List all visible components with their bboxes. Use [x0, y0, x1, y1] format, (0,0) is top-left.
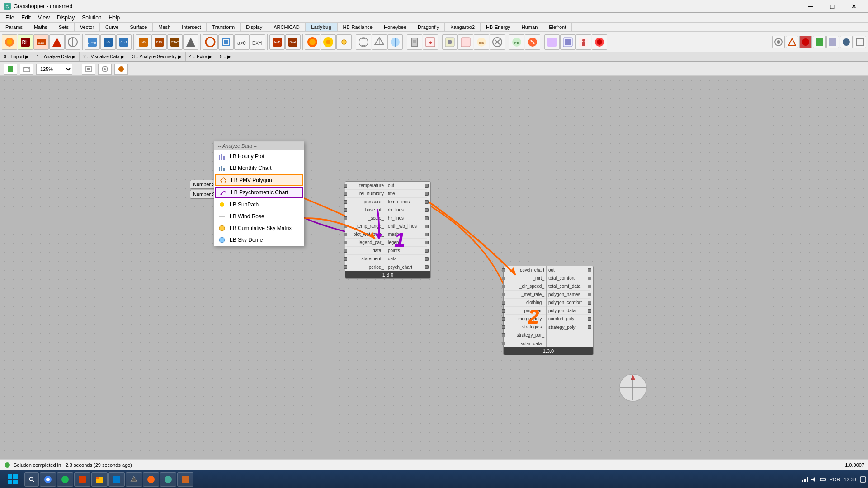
port-total-comf-data[interactable]: [588, 285, 591, 288]
canvas-open-btn[interactable]: [20, 64, 33, 75]
dropdown-item-pmv-polygon[interactable]: LB PMV Polygon: [215, 174, 303, 186]
lb-icon-36[interactable]: [592, 34, 607, 50]
lb-icon-15[interactable]: a>0: [234, 34, 250, 50]
view-icon-3[interactable]: [799, 36, 812, 48]
dropdown-item-sky-dome[interactable]: LB Sky Dome: [214, 234, 304, 246]
lb-icon-33[interactable]: [544, 34, 560, 50]
tab-display[interactable]: Display: [241, 23, 268, 31]
lb-icon-1[interactable]: [2, 34, 17, 50]
menu-help[interactable]: Help: [105, 13, 124, 23]
tab-honeybee[interactable]: Honeybee: [378, 23, 412, 31]
lb-icon-30[interactable]: [490, 34, 505, 50]
taskbar-app-vscode[interactable]: [108, 472, 125, 487]
port-rh-lines[interactable]: [425, 208, 429, 212]
taskbar-app-office[interactable]: [74, 472, 90, 487]
lb-icon-5[interactable]: [65, 34, 80, 50]
lb-icon-6[interactable]: A→B: [85, 34, 100, 50]
lb-icon-26[interactable]: ◆: [423, 34, 438, 50]
menu-view[interactable]: View: [34, 13, 53, 23]
lb-icon-11[interactable]: STAT: [167, 34, 183, 50]
lb-icon-31[interactable]: PE: [509, 34, 524, 50]
section-5[interactable]: 5 :: ▶: [216, 52, 235, 61]
lb-icon-25[interactable]: [407, 34, 422, 50]
port-statement-in[interactable]: [344, 257, 347, 261]
zoom-selector[interactable]: 125% 100% 75% 150% 200%: [36, 64, 72, 75]
psychrometric-chart-node[interactable]: _temperature _rel_humidity _pressure_ _b…: [345, 181, 431, 279]
canvas-color-btn[interactable]: [114, 64, 128, 75]
section-analyze-geometry[interactable]: 3 :: Analyze Geometry ▶: [128, 52, 185, 61]
canvas-fit-btn[interactable]: [82, 64, 95, 75]
canvas-new-btn[interactable]: [4, 64, 17, 75]
port-out[interactable]: [425, 184, 429, 188]
port-strategy-poly[interactable]: [588, 325, 591, 329]
taskbar-app-search[interactable]: [24, 472, 39, 487]
taskbar-app-gh[interactable]: [160, 472, 176, 487]
tab-hb-energy[interactable]: HB-Energy: [481, 23, 516, 31]
lb-icon-32[interactable]: [525, 34, 540, 50]
view-icon-4[interactable]: [813, 36, 826, 48]
port-comfort-poly[interactable]: [588, 317, 591, 321]
port-hr-lines[interactable]: [425, 216, 429, 220]
dropdown-item-cumulative-sky-matrix[interactable]: LB Cumulative Sky Matrix: [214, 222, 304, 234]
tab-params[interactable]: Params: [0, 23, 28, 31]
lb-icon-9[interactable]: I×IX: [136, 34, 151, 50]
port-legend-par-in[interactable]: [344, 241, 347, 244]
section-import[interactable]: 0 :: Import ▶: [0, 52, 33, 61]
dropdown-item-wind-rose[interactable]: LB Wind Rose: [214, 211, 304, 222]
lb-icon-8[interactable]: 0→1: [116, 34, 132, 50]
port-pmv-air-speed-in[interactable]: [502, 285, 505, 288]
port-rel-humidity-in[interactable]: [344, 192, 347, 196]
dropdown-item-monthly-chart[interactable]: LB Monthly Chart: [214, 162, 304, 174]
tab-hb-radiance[interactable]: HB-Radiance: [338, 23, 378, 31]
tab-mesh[interactable]: Mesh: [153, 23, 176, 31]
port-points[interactable]: [425, 249, 429, 253]
lb-icon-20[interactable]: [321, 34, 336, 50]
port-pmv-par-in[interactable]: [502, 309, 505, 313]
dropdown-item-hourly-plot[interactable]: LB Hourly Plot: [214, 150, 304, 162]
lb-icon-12[interactable]: [183, 34, 198, 50]
tab-kangaroo2[interactable]: Kangaroo2: [445, 23, 481, 31]
port-period-in[interactable]: [344, 265, 347, 269]
port-pmv-clothing-in[interactable]: [502, 301, 505, 305]
lb-icon-29[interactable]: EE: [474, 34, 489, 50]
lb-icon-24[interactable]: [387, 34, 403, 50]
section-visualize-data[interactable]: 2 :: Visualize Data ▶: [80, 52, 128, 61]
start-button[interactable]: [2, 470, 24, 488]
canvas-area[interactable]: 1 2 -- Analyze Data -- LB Hourly Plot: [0, 76, 868, 476]
port-data-in[interactable]: [344, 249, 347, 253]
port-mesh[interactable]: [425, 233, 429, 236]
section-analyze-data[interactable]: 1 :: Analyze Data ▶: [33, 52, 80, 61]
view-icon-2[interactable]: [786, 36, 798, 48]
port-enth-wb-lines[interactable]: [425, 225, 429, 228]
port-pressure-in[interactable]: [344, 200, 347, 204]
lb-icon-23[interactable]: [372, 34, 387, 50]
port-pmv-strategy-par-in[interactable]: [502, 333, 505, 337]
view-icon-6[interactable]: [840, 36, 853, 48]
port-data-out[interactable]: [425, 257, 429, 261]
tab-vector[interactable]: Vector: [75, 23, 100, 31]
tab-surface[interactable]: Surface: [124, 23, 153, 31]
lb-icon-35[interactable]: [576, 34, 591, 50]
port-pmv-met-rate-in[interactable]: [502, 293, 505, 296]
port-legend[interactable]: [425, 241, 429, 244]
taskbar-app-rhino[interactable]: [126, 472, 142, 487]
close-button[interactable]: ✕: [844, 0, 864, 13]
lb-icon-27[interactable]: [442, 34, 458, 50]
menu-file[interactable]: File: [2, 13, 18, 23]
tab-maths[interactable]: Maths: [28, 23, 53, 31]
tab-curve[interactable]: Curve: [100, 23, 124, 31]
lb-icon-21[interactable]: [336, 34, 352, 50]
dropdown-item-psychrometric-chart[interactable]: LB Psychrometric Chart: [215, 187, 303, 198]
section-extra[interactable]: 4 :: Extra ▶: [186, 52, 217, 61]
lb-icon-17[interactable]: A×B: [269, 34, 285, 50]
port-temp-range-in[interactable]: [344, 225, 347, 228]
canvas-view-btn[interactable]: [98, 64, 112, 75]
port-base-pt-in[interactable]: [344, 208, 347, 212]
menu-edit[interactable]: Edit: [18, 13, 34, 23]
port-polygon-comfort[interactable]: [588, 301, 591, 305]
lb-icon-19[interactable]: [305, 34, 320, 50]
maximize-button[interactable]: □: [822, 0, 843, 13]
port-scale-in[interactable]: [344, 216, 347, 220]
port-polygon-data[interactable]: [588, 309, 591, 313]
port-pmv-out[interactable]: [588, 268, 591, 272]
